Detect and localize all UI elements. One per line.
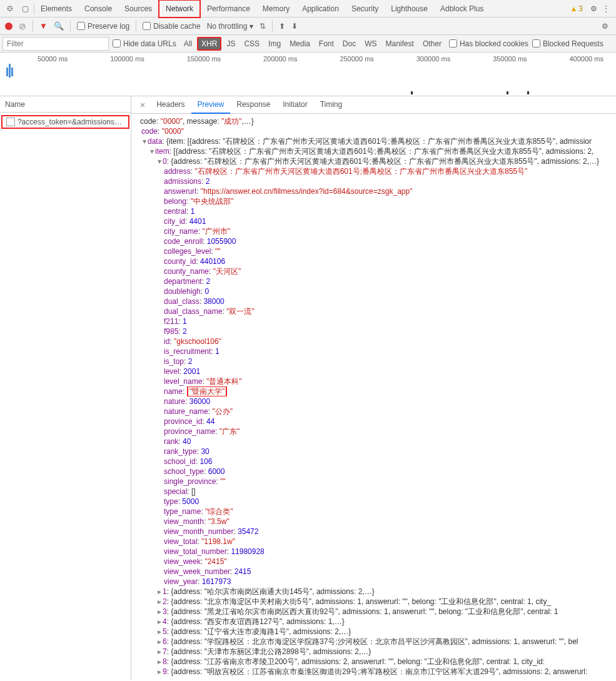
json-line[interactable]: doublehigh: 0 [134, 286, 613, 296]
type-filter-xhr[interactable]: XHR [197, 37, 221, 51]
json-line[interactable]: code: "0000" [134, 126, 613, 136]
clear-button[interactable]: ⊘ [19, 21, 26, 31]
json-line[interactable]: type_name: "综合类" [134, 507, 613, 517]
json-line[interactable]: ▾data: {item: [{address: "石牌校区：广东省广州市天河区… [134, 136, 613, 146]
tab-elements[interactable]: Elements [34, 1, 78, 17]
json-line[interactable]: city_id: 4401 [134, 216, 613, 226]
json-line[interactable]: ▸5: {address: "辽宁省大连市凌海路1号", admissions:… [134, 627, 613, 637]
device-icon[interactable]: ▢ [19, 3, 31, 15]
has-blocked-cookies-checkbox[interactable]: Has blocked cookies [449, 39, 528, 48]
json-line[interactable]: ▸4: {address: "西安市友谊西路127号", admissions:… [134, 617, 613, 627]
json-line[interactable]: ▸8: {address: "江苏省南京市孝陵卫200号", admission… [134, 657, 613, 667]
tab-adblock-plus[interactable]: Adblock Plus [434, 1, 490, 17]
json-line[interactable]: view_month: "3.5w" [134, 517, 613, 527]
disable-cache-checkbox[interactable]: Disable cache [143, 22, 200, 31]
json-line[interactable]: school_id: 106 [134, 457, 613, 467]
json-line[interactable]: is_top: 2 [134, 356, 613, 366]
json-line[interactable]: ▸7: {address: "天津市东丽区津北公路2898号", admissi… [134, 647, 613, 657]
json-line[interactable]: ▸9: {address: "明故宫校区：江苏省南京市秦淮区御道街29号;将军路… [134, 667, 613, 677]
type-filter-img[interactable]: Img [265, 38, 285, 50]
blocked-requests-checkbox[interactable]: Blocked Requests [532, 39, 603, 48]
type-filter-js[interactable]: JS [223, 38, 239, 50]
json-line[interactable]: level: 2001 [134, 366, 613, 376]
json-line[interactable]: view_month_number: 35472 [134, 527, 613, 537]
filter-icon[interactable]: ▼ [39, 21, 48, 31]
type-filter-css[interactable]: CSS [240, 38, 263, 50]
json-line[interactable]: view_year: 1617973 [134, 577, 613, 587]
type-filter-media[interactable]: Media [286, 38, 314, 50]
json-line[interactable]: view_total: "1198.1w" [134, 537, 613, 547]
detail-tab-initiator[interactable]: Initiator [276, 96, 313, 114]
json-line[interactable]: dual_class: 38000 [134, 296, 613, 306]
json-line[interactable]: special: [] [134, 487, 613, 497]
warning-badge[interactable]: ▲3 [570, 4, 583, 13]
json-preview[interactable]: code: "0000", message: "成功",…}code: "000… [131, 114, 616, 679]
detail-tab-headers[interactable]: Headers [150, 96, 191, 114]
detail-tab-preview[interactable]: Preview [191, 96, 231, 114]
type-filter-manifest[interactable]: Manifest [382, 38, 418, 50]
json-line[interactable]: ▾0: {address: "石牌校区：广东省广州市天河区黄埔大道西601号;番… [134, 156, 613, 166]
json-line[interactable]: rank: 40 [134, 436, 613, 446]
tab-application[interactable]: Application [296, 1, 345, 17]
json-line[interactable]: name: "暨南大学" [134, 386, 613, 396]
tab-sources[interactable]: Sources [118, 1, 158, 17]
search-icon[interactable]: 🔍 [54, 21, 64, 31]
settings-icon[interactable]: ⚙ [590, 4, 597, 13]
json-line[interactable]: admissions: 2 [134, 176, 613, 186]
json-line[interactable]: type: 5000 [134, 497, 613, 507]
json-line[interactable]: view_week: "2415" [134, 557, 613, 567]
json-line[interactable]: id: "gkschool106" [134, 336, 613, 346]
json-line[interactable]: ▸3: {address: "黑龙江省哈尔滨市南岗区西大直街92号", admi… [134, 607, 613, 617]
json-line[interactable]: dual_class_name: "双一流" [134, 306, 613, 316]
hide-data-urls-checkbox[interactable]: Hide data URLs [113, 39, 176, 48]
json-line[interactable]: code_enroll: 1055900 [134, 236, 613, 246]
type-filter-doc[interactable]: Doc [339, 38, 360, 50]
preserve-log-checkbox[interactable]: Preserve log [77, 22, 129, 31]
timeline[interactable]: 50000 ms100000 ms150000 ms200000 ms25000… [0, 53, 616, 96]
detail-tab-response[interactable]: Response [230, 96, 276, 114]
json-line[interactable]: rank_type: 30 [134, 446, 613, 457]
type-filter-all[interactable]: All [180, 38, 196, 50]
json-line[interactable]: view_week_number: 2415 [134, 567, 613, 577]
request-row[interactable]: ?access_token=&admissions=... [1, 115, 129, 129]
tab-performance[interactable]: Performance [201, 1, 256, 17]
json-line[interactable]: belong: "中央统战部" [134, 196, 613, 206]
json-line[interactable]: ▾item: [{address: "石牌校区：广东省广州市天河区黄埔大道西60… [134, 146, 613, 156]
type-filter-font[interactable]: Font [315, 38, 338, 50]
json-line[interactable]: view_total_number: 11980928 [134, 547, 613, 557]
export-icon[interactable]: ⬇ [291, 22, 298, 31]
type-filter-other[interactable]: Other [419, 38, 445, 50]
json-line[interactable]: is_recruitment: 1 [134, 346, 613, 356]
json-line[interactable]: code: "0000", message: "成功",…} [134, 116, 613, 126]
requests-header[interactable]: Name [0, 96, 131, 113]
record-button[interactable] [5, 23, 13, 30]
json-line[interactable]: city_name: "广州市" [134, 226, 613, 236]
json-line[interactable]: central: 1 [134, 206, 613, 216]
json-line[interactable]: nature: 36000 [134, 396, 613, 406]
json-line[interactable]: ▸1: {address: "哈尔滨市南岗区南通大街145号", admissi… [134, 587, 613, 597]
json-line[interactable]: colleges_level: "" [134, 246, 613, 256]
json-line[interactable]: county_id: 440106 [134, 256, 613, 266]
json-line[interactable]: single_province: "" [134, 477, 613, 487]
throttling-select[interactable]: No throttling ▾ [207, 22, 253, 31]
json-line[interactable]: county_name: "天河区" [134, 266, 613, 276]
tab-memory[interactable]: Memory [256, 1, 296, 17]
json-line[interactable]: f211: 1 [134, 316, 613, 326]
network-conditions-icon[interactable]: ⇅ [260, 22, 266, 31]
json-line[interactable]: answerurl: "https://answer.eol.cn/fillme… [134, 186, 613, 196]
json-line[interactable]: address: "石牌校区：广东省广州市天河区黄埔大道西601号;番禺校区：广… [134, 166, 613, 176]
json-line[interactable]: school_type: 6000 [134, 467, 613, 477]
inspect-icon[interactable]: ⯐ [4, 3, 16, 15]
json-line[interactable]: ▸2: {address: "北京市海淀区中关村南大街5号", admissio… [134, 597, 613, 607]
json-line[interactable]: ▸6: {address: "学院路校区：北京市海淀区学院路37号;沙河校区：北… [134, 637, 613, 647]
json-line[interactable]: nature_name: "公办" [134, 406, 613, 416]
json-line[interactable]: province_id: 44 [134, 416, 613, 426]
network-settings-icon[interactable]: ⚙ [602, 22, 608, 31]
tab-network[interactable]: Network [158, 0, 201, 18]
filter-input[interactable] [3, 37, 109, 51]
type-filter-ws[interactable]: WS [361, 38, 380, 50]
tab-security[interactable]: Security [345, 1, 385, 17]
tab-console[interactable]: Console [78, 1, 118, 17]
json-line[interactable]: department: 2 [134, 276, 613, 286]
more-icon[interactable]: ⋮ [602, 4, 610, 13]
